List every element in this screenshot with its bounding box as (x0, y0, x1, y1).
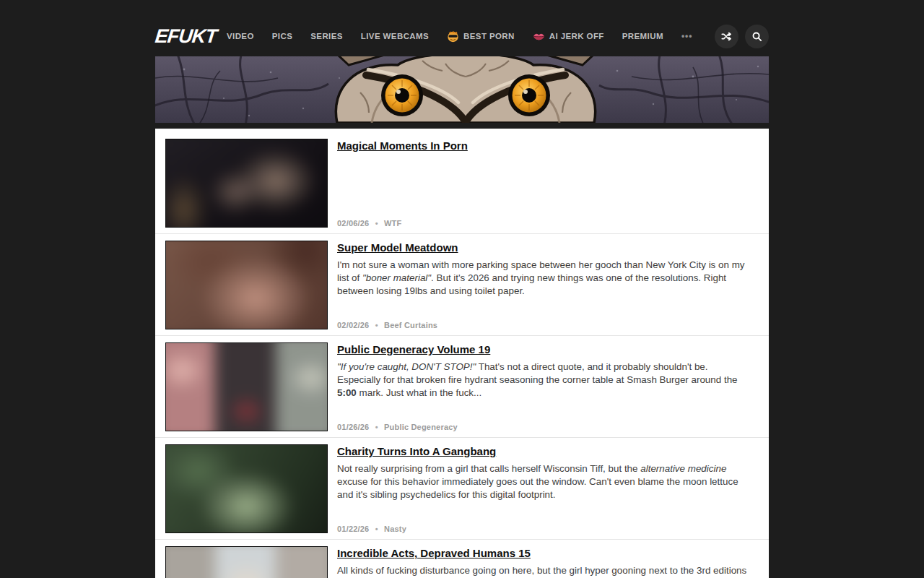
video-date: 01/22/26 (337, 525, 369, 533)
lips-icon (533, 30, 545, 43)
nav-link-series[interactable]: SERIES (310, 32, 343, 40)
video-description: "If you're caught, DON'T STOP!" That's n… (337, 361, 753, 400)
nav-link-best-porn[interactable]: BEST PORN (447, 30, 515, 43)
list-item: Magical Moments In Porn 02/06/26 • WTF (155, 132, 769, 233)
video-category[interactable]: Public Degeneracy (384, 423, 458, 431)
video-description: All kinds of fucking disturbance going o… (337, 564, 753, 578)
list-item: Public Degeneracy Volume 19 "If you're c… (155, 335, 769, 437)
nav-more-button[interactable]: ••• (681, 31, 693, 41)
video-thumbnail[interactable] (165, 342, 328, 431)
video-category[interactable]: Nasty (384, 525, 406, 533)
top-navbar: EFUKT VIDEO PICS SERIES LIVE WEBCAMS BES… (0, 0, 924, 56)
video-title-link[interactable]: Super Model Meatdown (337, 241, 458, 254)
video-meta: 02/02/26 • Beef Curtains (337, 321, 753, 329)
nav-link-video[interactable]: VIDEO (227, 32, 254, 40)
video-thumbnail[interactable] (165, 546, 328, 578)
meta-separator: • (375, 525, 378, 533)
nav-link-ai-jerk-off[interactable]: AI JERK OFF (533, 30, 604, 43)
video-category[interactable]: WTF (384, 219, 401, 228)
meta-separator: • (375, 321, 378, 329)
video-meta: 01/26/26 • Public Degeneracy (337, 423, 753, 431)
nav-link-premium[interactable]: PREMIUM (622, 32, 663, 40)
video-date: 02/02/26 (337, 321, 369, 329)
video-meta: 01/22/26 • Nasty (337, 525, 753, 533)
search-icon (751, 31, 762, 42)
video-date: 02/06/26 (337, 219, 369, 228)
list-item: Incredible Acts, Depraved Humans 15 All … (155, 539, 769, 578)
search-button[interactable] (745, 25, 769, 48)
video-meta: 02/06/26 • WTF (337, 219, 753, 228)
video-description: Not really surprising from a girl that c… (337, 462, 753, 501)
meta-separator: • (375, 219, 378, 228)
list-item: Charity Turns Into A Gangbang Not really… (155, 437, 769, 539)
video-title-link[interactable]: Public Degeneracy Volume 19 (337, 342, 490, 356)
shuffle-button[interactable] (715, 25, 738, 48)
video-title-link[interactable]: Magical Moments In Porn (337, 139, 468, 152)
video-title-link[interactable]: Incredible Acts, Depraved Humans 15 (337, 546, 531, 560)
video-title-link[interactable]: Charity Turns Into A Gangbang (337, 444, 496, 458)
site-logo[interactable]: EFUKT (154, 25, 217, 48)
list-item: Super Model Meatdown I'm not sure a woma… (155, 233, 769, 335)
video-thumbnail[interactable] (165, 241, 328, 329)
meta-separator: • (375, 423, 378, 431)
sunglasses-face-icon (447, 30, 459, 43)
video-date: 01/26/26 (337, 423, 369, 431)
owl-night-promo-banner[interactable] (155, 56, 769, 123)
video-thumbnail[interactable] (165, 444, 328, 533)
video-thumbnail[interactable] (165, 139, 328, 228)
main-nav: VIDEO PICS SERIES LIVE WEBCAMS BEST PORN… (227, 30, 706, 43)
nav-link-live-webcams[interactable]: LIVE WEBCAMS (361, 32, 429, 40)
video-list: Magical Moments In Porn 02/06/26 • WTF S… (155, 129, 769, 578)
video-description: I'm not sure a woman with more parking s… (337, 259, 753, 298)
nav-link-pics[interactable]: PICS (272, 32, 292, 40)
shuffle-icon (721, 31, 732, 42)
video-category[interactable]: Beef Curtains (384, 321, 437, 329)
